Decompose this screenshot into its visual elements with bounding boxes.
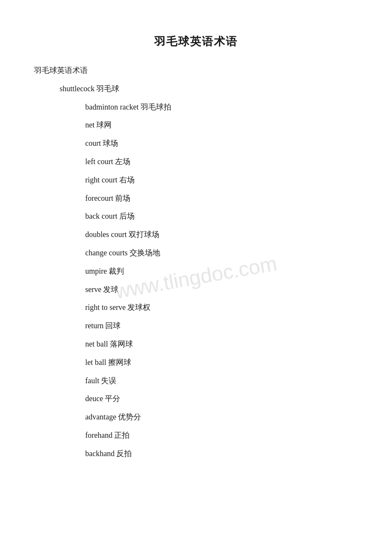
list-item: net ball 落网球: [34, 338, 358, 350]
list-item: backhand 反拍: [34, 448, 358, 460]
list-item: shuttlecock 羽毛球: [34, 83, 358, 95]
list-item: return 回球: [34, 320, 358, 332]
list-item: forehand 正拍: [34, 429, 358, 442]
list-item: court 球场: [34, 137, 358, 150]
list-item: 羽毛球英语术语: [34, 64, 358, 77]
list-item: fault 失误: [34, 375, 358, 387]
term-list: 羽毛球英语术语shuttlecock 羽毛球badminton racket 羽…: [34, 64, 358, 460]
list-item: deuce 平分: [34, 393, 358, 405]
list-item: advantage 优势分: [34, 411, 358, 423]
list-item: change courts 交换场地: [34, 247, 358, 259]
list-item: umpire 裁判: [34, 265, 358, 278]
list-item: right court 右场: [34, 174, 358, 186]
list-item: badminton racket 羽毛球拍: [34, 101, 358, 113]
list-item: back court 后场: [34, 210, 358, 223]
list-item: right to serve 发球权: [34, 301, 358, 314]
page-title: 羽毛球英语术语: [34, 34, 358, 49]
list-item: forecourt 前场: [34, 192, 358, 205]
list-item: doubles court 双打球场: [34, 228, 358, 241]
list-item: net 球网: [34, 119, 358, 131]
list-item: let ball 擦网球: [34, 356, 358, 369]
list-item: left court 左场: [34, 156, 358, 168]
list-item: serve 发球: [34, 283, 358, 296]
